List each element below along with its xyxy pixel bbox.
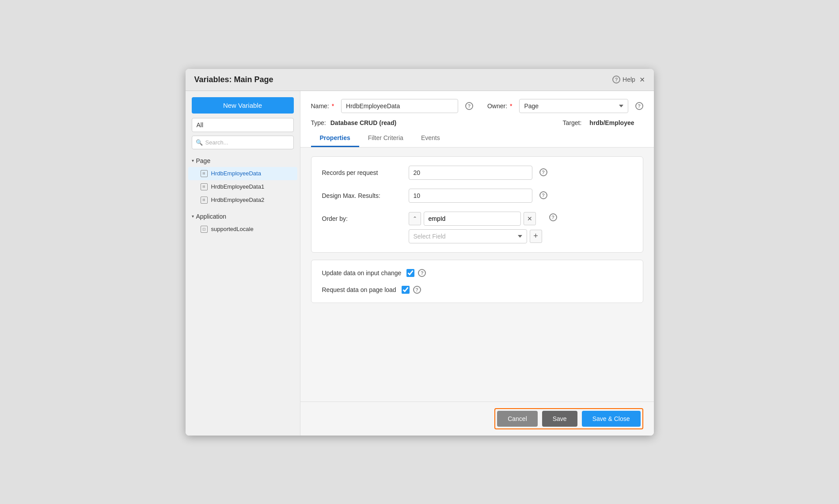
page-group-arrow: ▾: [192, 158, 194, 163]
type-value: Database CRUD (read): [330, 119, 396, 126]
main-content: Records per request ? Design Max. Result…: [300, 148, 654, 402]
footer-button-group: Cancel Save Save & Close: [494, 408, 643, 429]
tab-properties[interactable]: Properties: [311, 130, 359, 147]
update-data-checkbox[interactable]: [406, 269, 414, 277]
order-by-entry-1: ⌃ ✕: [409, 212, 542, 226]
request-data-check-wrap: ?: [402, 286, 421, 294]
order-help-icon[interactable]: ?: [549, 213, 557, 221]
header-actions: ? Help ×: [612, 75, 645, 84]
search-box: 🔍: [192, 136, 294, 149]
order-by-input[interactable]: [424, 212, 521, 226]
request-data-checkbox[interactable]: [402, 286, 410, 294]
name-label: Name: *: [311, 102, 334, 110]
type-label: Type:: [311, 119, 326, 126]
design-max-help: ?: [539, 189, 547, 199]
db-icon-2: ⊞: [201, 183, 208, 190]
records-help: ?: [539, 166, 547, 176]
sidebar-item-hrdbemployeedata[interactable]: ⊞ HrdbEmployeeData: [188, 167, 297, 180]
sidebar-item-hrdbemployeedata2[interactable]: ⊞ HrdbEmployeeData2: [188, 193, 297, 207]
dialog-header: Variables: Main Page ? Help ×: [186, 69, 654, 91]
tree-section: ▾ Page ⊞ HrdbEmployeeData ⊞ HrdbEmployee…: [186, 155, 300, 236]
db-icon-3: ⊞: [201, 197, 208, 204]
dialog-title: Variables: Main Page: [194, 75, 273, 84]
select-field-dropdown[interactable]: Select Field: [409, 229, 527, 243]
type-item: Type: Database CRUD (read): [311, 119, 397, 126]
search-icon: 🔍: [196, 139, 203, 146]
records-per-request-label: Records per request: [322, 166, 402, 176]
sidebar-item-label-1: HrdbEmployeeData: [211, 170, 261, 177]
sidebar-item-hrdbemployeedata1[interactable]: ⊞ HrdbEmployeeData1: [188, 180, 297, 193]
name-help-icon[interactable]: ?: [465, 102, 473, 110]
sidebar-item-supportedlocale[interactable]: ⊡ supportedLocale: [188, 223, 297, 236]
target-item: Target: hrdb/Employee: [563, 119, 634, 126]
records-per-request-row: Records per request ?: [322, 166, 632, 180]
clear-order-button[interactable]: ✕: [524, 212, 536, 225]
design-max-label: Design Max. Results:: [322, 189, 402, 199]
dialog-body: New Variable All Page Application 🔍 ▾ Pa…: [186, 91, 654, 436]
dialog-footer: Cancel Save Save & Close: [300, 402, 654, 436]
save-button[interactable]: Save: [542, 411, 577, 427]
design-max-help-icon[interactable]: ?: [539, 191, 547, 199]
request-data-help-icon[interactable]: ?: [413, 286, 421, 294]
help-button[interactable]: ? Help: [612, 76, 635, 83]
new-variable-button[interactable]: New Variable: [192, 97, 294, 114]
order-by-label: Order by:: [322, 212, 402, 222]
owner-required: *: [510, 102, 512, 110]
tree-group-application[interactable]: ▾ Application: [188, 210, 297, 223]
db-icon-1: ⊞: [201, 170, 208, 177]
order-by-row: Order by: ⌃ ✕ Select Field: [322, 212, 632, 243]
target-value: hrdb/Employee: [589, 119, 634, 126]
tab-filter-criteria[interactable]: Filter Criteria: [359, 130, 412, 147]
tab-events[interactable]: Events: [412, 130, 449, 147]
update-data-help-icon[interactable]: ?: [418, 269, 426, 277]
target-label: Target:: [563, 119, 582, 126]
records-per-request-input[interactable]: [409, 166, 532, 180]
owner-select[interactable]: Page Application: [519, 99, 628, 113]
tabs-row: Properties Filter Criteria Events: [311, 130, 643, 147]
add-field-button[interactable]: +: [530, 230, 542, 243]
order-by-container: ⌃ ✕ Select Field +: [409, 212, 542, 243]
owner-help-icon[interactable]: ?: [635, 102, 643, 110]
help-icon: ?: [612, 76, 620, 83]
request-data-label: Request data on page load: [322, 286, 396, 293]
app-icon-1: ⊡: [201, 226, 208, 233]
application-group-label: Application: [196, 213, 227, 220]
records-help-icon[interactable]: ?: [539, 168, 547, 176]
name-input[interactable]: [341, 99, 458, 113]
select-field-row: Select Field +: [409, 229, 542, 243]
form-header: Name: * ? Owner: * Page Application: [300, 91, 654, 148]
help-label: Help: [623, 76, 635, 83]
sidebar-item-label-2: HrdbEmployeeData1: [211, 183, 265, 190]
update-data-row: Update data on input change ?: [322, 269, 632, 277]
sidebar-item-label-3: HrdbEmployeeData2: [211, 197, 265, 203]
save-close-button[interactable]: Save & Close: [582, 411, 641, 427]
sidebar: New Variable All Page Application 🔍 ▾ Pa…: [186, 91, 300, 436]
main-panel: Name: * ? Owner: * Page Application: [300, 91, 654, 436]
type-target-row: Type: Database CRUD (read) Target: hrdb/…: [311, 119, 643, 126]
design-max-row: Design Max. Results: ?: [322, 189, 632, 203]
search-input[interactable]: [192, 136, 294, 149]
sidebar-item-label-4: supportedLocale: [211, 226, 254, 232]
order-help: ?: [549, 212, 557, 221]
properties-card: Records per request ? Design Max. Result…: [311, 156, 643, 253]
name-required: *: [332, 102, 334, 110]
update-data-check-wrap: ?: [406, 269, 426, 277]
page-group-label: Page: [196, 157, 211, 164]
tree-group-page[interactable]: ▾ Page: [188, 155, 297, 167]
design-max-input[interactable]: [409, 189, 532, 203]
close-dialog-button[interactable]: ×: [640, 75, 645, 84]
update-data-label: Update data on input change: [322, 269, 402, 277]
name-owner-row: Name: * ? Owner: * Page Application: [311, 99, 643, 113]
filter-select[interactable]: All Page Application: [192, 118, 294, 132]
variables-dialog: Variables: Main Page ? Help × New Variab…: [186, 69, 654, 436]
cancel-button[interactable]: Cancel: [497, 411, 538, 427]
sort-asc-button[interactable]: ⌃: [409, 212, 421, 225]
application-group-arrow: ▾: [192, 214, 194, 219]
checkboxes-card: Update data on input change ? Request da…: [311, 260, 643, 303]
owner-label: Owner: *: [487, 102, 512, 110]
request-data-row: Request data on page load ?: [322, 286, 632, 294]
